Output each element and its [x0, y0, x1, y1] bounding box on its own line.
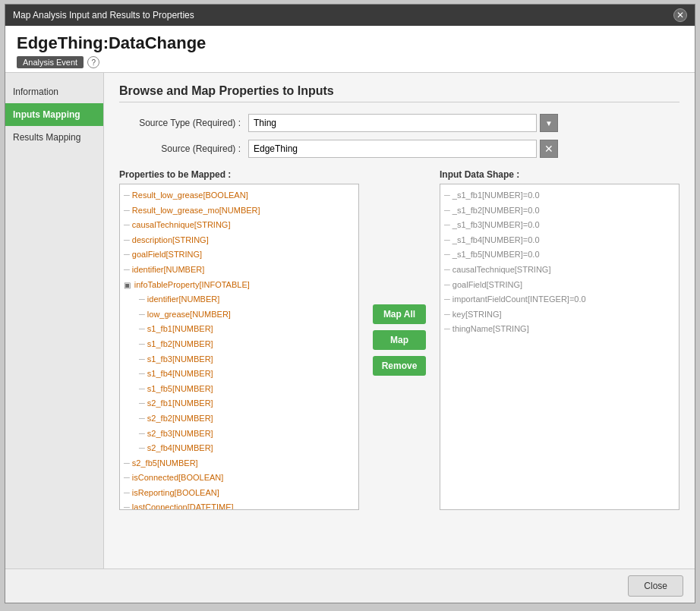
list-item[interactable]: ─ s1_fb3[NUMBER]: [124, 352, 355, 367]
analysis-event-badge: Analysis Event ?: [17, 56, 99, 68]
list-item[interactable]: ─ s2_fb5[NUMBER]: [124, 456, 355, 471]
sidebar-item-inputs-mapping[interactable]: Inputs Mapping: [5, 103, 103, 126]
map-button[interactable]: Map: [373, 330, 426, 350]
input-shape-tree-box[interactable]: ─ _s1_fb1[NUMBER]=0.0 ─ _s1_fb2[NUMBER]=…: [440, 184, 680, 510]
list-item[interactable]: ─ isReporting[BOOLEAN]: [124, 486, 355, 501]
remove-button[interactable]: Remove: [373, 356, 426, 376]
list-item[interactable]: ─ thingName[STRING]: [444, 322, 675, 337]
source-row: Source (Required) : ✕: [119, 140, 680, 158]
list-item[interactable]: ─ importantFieldCount[INTEGER]=0.0: [444, 292, 675, 307]
title-bar-text: Map Analysis Input and Results to Proper…: [13, 10, 194, 20]
source-type-row: Source Type (Required) : Thing: [119, 114, 680, 132]
input-shape-panel: Input Data Shape : ─ _s1_fb1[NUMBER]=0.0…: [440, 169, 680, 510]
sidebar: Information Inputs Mapping Results Mappi…: [5, 73, 104, 568]
source-clear-button[interactable]: ✕: [540, 140, 558, 158]
main-layout: Information Inputs Mapping Results Mappi…: [5, 73, 695, 568]
content-area: Browse and Map Properties to Inputs Sour…: [104, 73, 695, 568]
list-item[interactable]: ─ s1_fb4[NUMBER]: [124, 367, 355, 382]
list-item[interactable]: ─ s2_fb4[NUMBER]: [124, 441, 355, 456]
action-buttons-col: Map All Map Remove: [367, 169, 432, 510]
props-tree-box[interactable]: ─ Result_low_grease[BOOLEAN] ─ Result_lo…: [119, 184, 359, 510]
list-item[interactable]: ─ isConnected[BOOLEAN]: [124, 471, 355, 486]
list-item[interactable]: ─ _s1_fb1[NUMBER]=0.0: [444, 188, 675, 203]
list-item[interactable]: ─ s1_fb2[NUMBER]: [124, 337, 355, 352]
list-item[interactable]: ─ Result_low_grease[BOOLEAN]: [124, 188, 355, 203]
sidebar-item-results-mapping[interactable]: Results Mapping: [5, 126, 103, 149]
source-control: ✕: [248, 140, 558, 158]
source-label: Source (Required) :: [119, 143, 248, 154]
list-item[interactable]: ─ identifier[NUMBER]: [124, 292, 355, 307]
window-close-button[interactable]: ✕: [673, 8, 687, 22]
props-panel: Properties to be Mapped : ─ Result_low_g…: [119, 169, 359, 510]
analysis-event-label: Analysis Event: [17, 56, 84, 68]
list-item[interactable]: ─ Result_low_grease_mo[NUMBER]: [124, 203, 355, 219]
list-item[interactable]: ─ s1_fb5[NUMBER]: [124, 382, 355, 397]
list-item[interactable]: ─ _s1_fb2[NUMBER]=0.0: [444, 203, 675, 219]
list-item[interactable]: ─ identifier[NUMBER]: [124, 263, 355, 278]
list-item[interactable]: ─ s2_fb1[NUMBER]: [124, 396, 355, 411]
mapping-section: Properties to be Mapped : ─ Result_low_g…: [119, 169, 680, 510]
list-item[interactable]: ─ description[STRING]: [124, 233, 355, 248]
app-title: EdgeThing:DataChange: [17, 33, 683, 53]
title-bar: Map Analysis Input and Results to Proper…: [5, 5, 695, 26]
close-dialog-button[interactable]: Close: [628, 575, 683, 597]
list-item[interactable]: ─ _s1_fb4[NUMBER]=0.0: [444, 233, 675, 248]
props-panel-title: Properties to be Mapped :: [119, 169, 359, 180]
help-icon[interactable]: ?: [87, 56, 99, 68]
list-item[interactable]: ─ causalTechnique[STRING]: [124, 218, 355, 233]
list-item[interactable]: ─ _s1_fb5[NUMBER]=0.0: [444, 247, 675, 263]
list-item[interactable]: ─ s2_fb2[NUMBER]: [124, 411, 355, 427]
footer: Close: [5, 568, 695, 603]
list-item[interactable]: ─ goalField[STRING]: [124, 247, 355, 263]
dialog-window: Map Analysis Input and Results to Proper…: [5, 4, 695, 603]
list-item[interactable]: ─ _s1_fb3[NUMBER]=0.0: [444, 218, 675, 233]
list-item[interactable]: ─ causalTechnique[STRING]: [444, 263, 675, 278]
source-type-control: Thing: [248, 114, 558, 132]
list-item[interactable]: ─ lastConnection[DATETIME]: [124, 500, 355, 510]
list-item-expandable[interactable]: ▣ infoTableProperty[INFOTABLE]: [124, 278, 355, 293]
map-all-button[interactable]: Map All: [373, 304, 426, 324]
source-type-select[interactable]: Thing: [248, 114, 537, 132]
list-item[interactable]: ─ s1_fb1[NUMBER]: [124, 322, 355, 337]
section-title: Browse and Map Properties to Inputs: [119, 84, 680, 102]
sidebar-item-information[interactable]: Information: [5, 80, 103, 103]
source-input[interactable]: [248, 140, 537, 158]
list-item[interactable]: ─ key[STRING]: [444, 307, 675, 323]
source-type-label: Source Type (Required) :: [119, 118, 248, 128]
list-item[interactable]: ─ low_grease[NUMBER]: [124, 307, 355, 323]
header-section: EdgeThing:DataChange Analysis Event ?: [5, 26, 695, 73]
list-item[interactable]: ─ goalField[STRING]: [444, 278, 675, 293]
list-item[interactable]: ─ s2_fb3[NUMBER]: [124, 427, 355, 442]
input-shape-title: Input Data Shape :: [440, 169, 680, 180]
source-type-dropdown-arrow[interactable]: [540, 114, 558, 132]
